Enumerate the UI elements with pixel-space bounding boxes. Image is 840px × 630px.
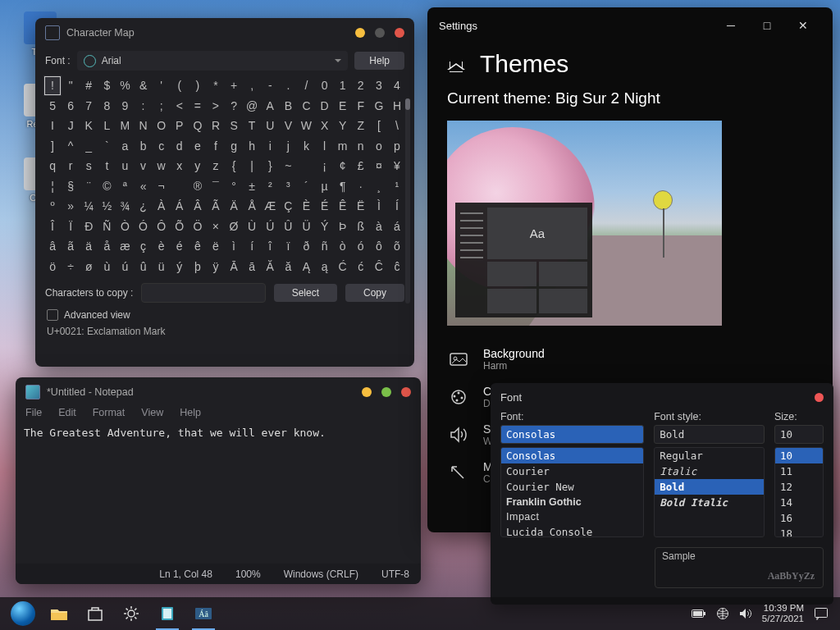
char-cell[interactable]: ā <box>243 257 261 277</box>
char-cell[interactable]: ã <box>62 236 80 257</box>
close-icon[interactable] <box>815 393 824 402</box>
font-style-input[interactable]: Bold <box>654 425 765 444</box>
char-cell[interactable]: Ä <box>225 196 243 217</box>
char-cell[interactable]: û <box>135 257 153 277</box>
list-item[interactable]: 14 <box>775 495 823 510</box>
char-cell[interactable]: < <box>171 96 189 116</box>
char-cell[interactable]: ò <box>334 236 352 257</box>
char-cell[interactable]: k <box>297 136 315 157</box>
char-cell[interactable]: ¸ <box>370 176 388 197</box>
char-cell[interactable]: Û <box>279 217 297 237</box>
char-cell[interactable]: Ú <box>261 217 279 237</box>
char-cell[interactable]: s <box>80 156 98 176</box>
char-cell[interactable]: À <box>153 196 171 217</box>
char-cell[interactable]: µ <box>316 176 334 197</box>
char-cell[interactable]: | <box>243 156 261 176</box>
char-cell[interactable]: ` <box>98 136 116 157</box>
char-cell[interactable]: C <box>297 96 315 116</box>
char-cell[interactable]: Ù <box>243 217 261 237</box>
char-cell[interactable]: c <box>153 136 171 157</box>
char-cell[interactable]: ¹ <box>388 176 406 197</box>
char-cell[interactable]: ¨ <box>80 176 98 197</box>
charmap-titlebar[interactable]: Character Map <box>35 18 414 48</box>
char-cell[interactable]: I <box>43 116 62 136</box>
menu-file[interactable]: File <box>25 407 42 418</box>
char-cell[interactable]: ç <box>135 236 153 257</box>
network-icon[interactable] <box>716 607 729 620</box>
file-explorer-button[interactable] <box>41 597 77 630</box>
char-cell[interactable]: ó <box>352 236 370 257</box>
char-cell[interactable]: ¦ <box>43 176 62 197</box>
char-cell[interactable]: > <box>207 96 225 116</box>
taskbar-clock[interactable]: 10:39 PM 5/27/2021 <box>762 603 804 624</box>
char-cell[interactable]: Ë <box>352 196 370 217</box>
char-cell[interactable]: è <box>153 236 171 257</box>
maximize-icon[interactable] <box>381 387 391 397</box>
notifications-icon[interactable] <box>814 607 829 620</box>
char-cell[interactable]: Þ <box>334 217 352 237</box>
char-cell[interactable]: Ò <box>116 217 134 237</box>
menu-help[interactable]: Help <box>180 407 201 418</box>
char-cell[interactable]: þ <box>189 257 207 277</box>
char-cell[interactable]: Æ <box>261 196 279 217</box>
char-cell[interactable]: ¯ <box>207 176 225 197</box>
char-cell[interactable]: N <box>135 116 153 136</box>
char-cell[interactable]: v <box>135 156 153 176</box>
char-cell[interactable]: ñ <box>316 236 334 257</box>
char-cell[interactable]: 9 <box>116 96 134 116</box>
char-cell[interactable]: ) <box>189 75 207 96</box>
char-cell[interactable]: O <box>153 116 171 136</box>
char-cell[interactable]: Õ <box>171 217 189 237</box>
char-cell[interactable]: × <box>207 217 225 237</box>
font-dropdown[interactable]: Arial <box>77 51 349 71</box>
char-cell[interactable]: b <box>135 136 153 157</box>
char-cell[interactable]: ì <box>225 236 243 257</box>
char-cell[interactable]: Ą <box>297 257 315 277</box>
char-cell[interactable]: ù <box>98 257 116 277</box>
char-cell[interactable]: © <box>98 176 116 197</box>
char-cell[interactable]: \ <box>388 116 406 136</box>
char-cell[interactable]: o <box>370 136 388 157</box>
char-cell[interactable]: ĉ <box>388 257 406 277</box>
char-cell[interactable]: ½ <box>98 196 116 217</box>
char-cell[interactable]: * <box>207 75 225 96</box>
char-cell[interactable]: M <box>116 116 134 136</box>
char-cell[interactable]: U <box>261 116 279 136</box>
char-cell[interactable]: f <box>207 136 225 157</box>
char-cell[interactable]: Ý <box>316 217 334 237</box>
char-cell[interactable]: Z <box>352 116 370 136</box>
char-cell[interactable]: R <box>207 116 225 136</box>
char-cell[interactable]: Ñ <box>98 217 116 237</box>
minimize-icon[interactable] <box>362 387 372 397</box>
char-cell[interactable]: r <box>62 156 80 176</box>
char-cell[interactable]: ] <box>43 136 62 157</box>
list-item[interactable]: 12 <box>775 479 823 495</box>
close-icon[interactable] <box>401 387 411 397</box>
char-cell[interactable]: ! <box>43 75 62 96</box>
char-cell[interactable]: ^ <box>62 136 80 157</box>
char-cell[interactable] <box>297 156 315 176</box>
notepad-titlebar[interactable]: *Untitled - Notepad <box>16 377 421 407</box>
char-cell[interactable]: w <box>153 156 171 176</box>
help-button[interactable]: Help <box>354 52 404 70</box>
char-cell[interactable]: 2 <box>352 75 370 96</box>
char-cell[interactable]: Ü <box>297 217 315 237</box>
char-cell[interactable]: a <box>116 136 134 157</box>
char-cell[interactable]: Ĉ <box>370 257 388 277</box>
list-item[interactable]: Impact <box>501 509 643 524</box>
char-cell[interactable]: " <box>62 75 80 96</box>
char-cell[interactable]: _ <box>80 136 98 157</box>
char-cell[interactable]: » <box>62 196 80 217</box>
list-item[interactable]: Bold <box>655 479 764 495</box>
char-cell[interactable]: T <box>243 116 261 136</box>
list-item[interactable]: Courier New <box>501 479 643 495</box>
list-item[interactable]: Italic <box>655 463 764 479</box>
notepad-taskbar-button[interactable] <box>149 597 185 630</box>
charmap-scrollbar[interactable] <box>405 98 410 304</box>
char-cell[interactable]: Ó <box>135 217 153 237</box>
char-cell[interactable]: Ê <box>334 196 352 217</box>
char-cell[interactable]: i <box>261 136 279 157</box>
copy-button[interactable]: Copy <box>345 284 404 302</box>
list-item[interactable]: Bold Italic <box>655 495 764 510</box>
char-cell[interactable]: $ <box>98 75 116 96</box>
